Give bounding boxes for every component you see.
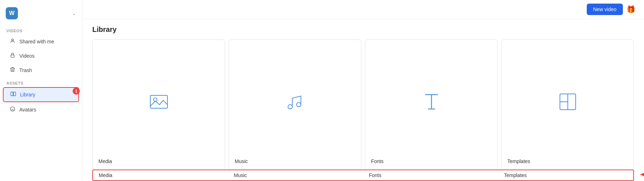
sidebar: W ⌄ Videos Shared with me Videos Trash A… [0,0,82,181]
library-card-fonts[interactable]: Fonts [365,39,498,170]
media-icon-area [148,51,170,153]
trash-icon [9,67,16,74]
image-icon [148,91,170,113]
svg-marker-16 [640,172,644,177]
svg-point-0 [11,39,13,41]
music-icon-area [284,51,306,153]
sidebar-item-label: Videos [19,53,35,59]
card-label-media: Media [98,158,112,164]
card-labels-annotation-box: Media Music Fonts Templates [92,170,634,181]
videos-section-label: Videos [0,25,82,34]
person-icon [9,38,16,45]
fonts-icon-area [421,51,442,153]
bottom-label-fonts: Fonts [363,172,498,178]
library-badge: 1 [73,87,80,95]
sidebar-item-label: Shared with me [19,39,54,44]
font-icon [421,91,442,113]
chevron-down-icon: ⌄ [72,10,76,16]
template-icon [557,91,579,113]
lock-icon [9,52,16,59]
card-label-music: Music [235,158,248,164]
sidebar-item-shared-with-me[interactable]: Shared with me [3,35,79,48]
library-grid: Media Music Fonts [82,38,644,172]
library-card-templates[interactable]: Templates [501,39,634,170]
sidebar-item-trash[interactable]: Trash [3,63,79,77]
topbar: New video 🎁 [82,0,644,19]
assets-section-label: Assets [0,77,82,87]
sidebar-header: W ⌄ [0,4,82,25]
bottom-label-media: Media [93,172,228,178]
svg-rect-1 [11,55,14,57]
sidebar-item-label: Avatars [19,107,36,113]
svg-point-7 [288,105,292,109]
logo-button[interactable]: W [6,7,18,19]
page-header: Library [82,19,644,38]
library-card-music[interactable]: Music [229,39,361,170]
library-card-media[interactable]: Media [92,39,225,170]
page-title: Library [92,25,634,34]
svg-point-2 [10,107,15,111]
templates-icon-area [557,51,579,153]
card-label-templates: Templates [507,158,530,164]
sidebar-item-label: Trash [19,67,32,73]
bottom-label-music: Music [228,172,364,178]
main-content: New video 🎁 Library Media [82,0,644,181]
sidebar-item-avatars[interactable]: Avatars [3,103,79,116]
bottom-label-templates: Templates [498,172,634,178]
new-video-button[interactable]: New video [587,4,623,15]
sidebar-item-videos[interactable]: Videos [3,49,79,63]
music-icon [284,91,306,113]
sidebar-item-library[interactable]: Library [3,87,79,102]
card-label-fonts: Fonts [371,158,384,164]
smiley-icon [9,106,16,113]
svg-point-8 [297,103,301,107]
gift-icon-button[interactable]: 🎁 [626,5,635,14]
annotation-arrow [637,167,644,181]
book-open-icon [10,91,16,98]
sidebar-item-label: Library [20,92,35,97]
